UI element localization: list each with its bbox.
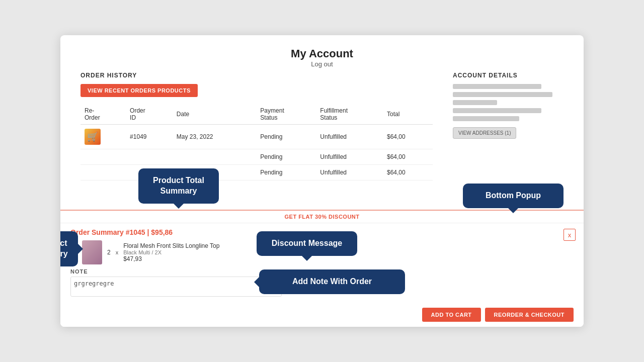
discount-bar: GET FLAT 30% DISCOUNT: [60, 211, 584, 223]
main-content: ORDER HISTORY VIEW RECENT ORDERS PRODUCT…: [60, 72, 584, 180]
cell-fulfillment: Unfulfilled: [316, 165, 383, 180]
product-name: Floral Mesh Front Slits Longline Top: [123, 242, 219, 249]
cell-reorder: 🛒: [80, 125, 126, 149]
action-buttons: ADD TO CART REORDER & CHECKOUT: [60, 304, 584, 327]
orders-table: Re-Order OrderID Date PaymentStatus Fulf…: [80, 104, 433, 180]
tooltip-select-product-total: Select ProductTotal Summary: [60, 231, 78, 266]
cell-date: May 23, 2022: [173, 125, 257, 149]
cell-date: [173, 149, 257, 165]
page-header: My Account Log out: [60, 35, 584, 72]
product-icon: 🛒: [85, 129, 101, 145]
table-row: Pending Unfulfilled $64,00: [80, 149, 433, 165]
product-details: Floral Mesh Front Slits Longline Top Bla…: [123, 242, 219, 262]
tooltip-discount-message: Discount Message: [257, 231, 357, 256]
account-details-title: ACCOUNT DETAILS: [453, 72, 564, 79]
close-button[interactable]: x: [564, 229, 576, 241]
order-history-section: ORDER HISTORY VIEW RECENT ORDERS PRODUCT…: [80, 72, 433, 180]
cell-total: $64,00: [383, 149, 433, 165]
order-history-title: ORDER HISTORY: [80, 72, 433, 79]
cell-total: $64,00: [383, 165, 433, 180]
cell-payment: Pending: [256, 149, 316, 165]
tooltip-bottom-popup: Bottom Popup: [463, 184, 564, 208]
table-row: 🛒 #1049 May 23, 2022 Pending Unfulfilled…: [80, 125, 433, 149]
col-orderid: OrderID: [126, 104, 173, 125]
cell-reorder: [80, 165, 126, 180]
account-line1: [453, 100, 497, 105]
col-total: Total: [383, 104, 433, 125]
cell-fulfillment: Unfulfilled: [316, 125, 383, 149]
view-recent-orders-button[interactable]: VIEW RECENT ORDERS PRODUCTS: [80, 84, 198, 97]
page-title: My Account: [60, 47, 584, 60]
account-name: [453, 84, 541, 89]
logout-link[interactable]: Log out: [60, 60, 584, 68]
cell-payment: Pending: [256, 125, 316, 149]
product-qty-label: x: [116, 249, 119, 255]
col-payment: PaymentStatus: [256, 104, 316, 125]
account-details-section: ACCOUNT DETAILS VIEW ADDRESSES (1): [453, 72, 564, 180]
account-line3: [453, 116, 519, 121]
table-row: Pending Unfulfilled $64,00: [80, 165, 433, 180]
cell-orderid: #1049: [126, 125, 173, 149]
col-reorder: Re-Order: [80, 104, 126, 125]
col-fulfillment: FulfillmentStatus: [316, 104, 383, 125]
product-quantity: 2: [107, 249, 111, 256]
reorder-checkout-button[interactable]: REORDER & CHECKOUT: [485, 308, 574, 322]
tooltip-product-total-summary: Product TotalSummary: [138, 168, 219, 204]
tooltip-add-note: Add Note With Order: [259, 269, 405, 294]
cell-payment: Pending: [256, 165, 316, 180]
cell-fulfillment: Unfulfilled: [316, 149, 383, 165]
bottom-panel: GET FLAT 30% DISCOUNT Order Summary #104…: [60, 210, 584, 327]
account-line2: [453, 108, 541, 113]
product-price: $47,93: [123, 255, 219, 262]
view-addresses-button[interactable]: VIEW ADDRESSES (1): [453, 127, 516, 139]
product-variant: Black Multi / 2X: [123, 249, 219, 255]
main-window: My Account Log out ORDER HISTORY VIEW RE…: [60, 35, 584, 327]
cell-reorder: [80, 149, 126, 165]
cell-total: $64,00: [383, 125, 433, 149]
account-email: [453, 92, 552, 97]
add-to-cart-button[interactable]: ADD TO CART: [422, 308, 481, 322]
cell-orderid: [126, 149, 173, 165]
col-date: Date: [173, 104, 257, 125]
